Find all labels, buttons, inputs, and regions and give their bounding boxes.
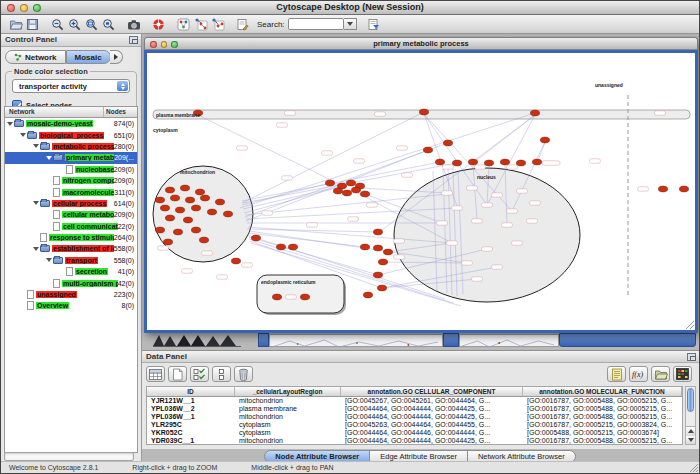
graph-node[interactable] (679, 186, 688, 192)
network-window-titlebar[interactable]: primary metabolic process (144, 37, 698, 50)
snapshot-icon[interactable] (125, 16, 142, 32)
graph-node[interactable] (360, 244, 369, 250)
graph-node[interactable] (207, 209, 216, 215)
minimize-view-icon[interactable] (161, 41, 168, 48)
column-header[interactable]: annotation.GO MOLECULAR_FUNCTION (523, 387, 682, 396)
network-canvas[interactable]: plasma membranecytoplasmmitochondrionnuc… (144, 50, 698, 333)
tree-row[interactable]: multi-organism pro42(0) (5, 277, 137, 288)
graph-node[interactable] (215, 199, 224, 205)
save-session-icon[interactable] (24, 16, 41, 32)
graph-node[interactable] (532, 159, 541, 165)
tree-row[interactable]: response to stimulu264(0) (5, 232, 137, 243)
scrollbar-thumb[interactable] (687, 388, 694, 412)
graph-node[interactable] (160, 205, 169, 211)
table-row[interactable]: YJR121W__1mitochondrion[GO:0045267, GO:0… (147, 397, 682, 405)
graph-node[interactable] (383, 249, 392, 255)
new-attribute-icon[interactable] (168, 366, 187, 382)
table-row[interactable]: YKR052Ccytoplasm[GO:0044464, GO:0044446,… (147, 429, 682, 437)
graph-node[interactable] (185, 197, 194, 203)
graph-node[interactable] (272, 294, 281, 300)
layout-a-icon[interactable] (192, 16, 209, 32)
graph-node[interactable] (378, 259, 387, 265)
annotation-icon[interactable] (234, 16, 251, 32)
tree-row[interactable]: macromolecule311(0) (5, 186, 137, 197)
graph-node[interactable] (516, 160, 525, 166)
graph-node[interactable] (165, 187, 174, 193)
select-attributes-icon[interactable] (190, 366, 209, 382)
graph-node[interactable] (276, 244, 285, 250)
graph-node[interactable] (223, 211, 232, 217)
graph-node[interactable] (175, 207, 184, 213)
tree-row[interactable]: biological_process651(0) (5, 129, 137, 140)
expand-triangle-icon[interactable] (20, 133, 26, 137)
tab-scroll-right-icon[interactable] (110, 50, 123, 64)
graph-node[interactable] (452, 160, 461, 166)
search-dropdown-icon[interactable] (344, 18, 357, 30)
expand-triangle-icon[interactable] (33, 144, 39, 148)
column-header[interactable]: _cellularLayoutRegion (235, 387, 341, 396)
graph-node[interactable] (363, 292, 372, 298)
tree-col-network[interactable]: Network (5, 107, 104, 117)
resize-grip-icon[interactable] (689, 463, 698, 472)
canvas-resize-grip-icon[interactable] (690, 325, 694, 329)
tree-row[interactable]: establishment of lo558(0) (5, 243, 137, 254)
graph-node[interactable] (333, 188, 342, 194)
tree-row[interactable]: mosaic-demo-yeast874(0) (5, 118, 137, 129)
graph-node[interactable] (373, 272, 382, 278)
graph-node[interactable] (191, 227, 200, 233)
column-header[interactable]: annotation.GO CELLULAR_COMPONENT (341, 387, 523, 396)
matrix-icon[interactable] (673, 366, 692, 382)
table-row[interactable]: YLR295Ccytoplasm[GO:0045263, GO:0044464,… (147, 421, 682, 429)
graph-node[interactable] (530, 110, 539, 116)
zoom-in-icon[interactable] (66, 16, 83, 32)
close-view-icon[interactable] (150, 41, 157, 48)
node-color-dropdown[interactable]: transporter activity (12, 79, 130, 93)
formula-icon[interactable]: f(x) (629, 366, 648, 382)
graph-node[interactable] (163, 239, 172, 245)
search-input[interactable] (288, 18, 344, 30)
network-graph[interactable]: plasma membranecytoplasmmitochondrionnuc… (147, 53, 695, 330)
graph-node[interactable] (183, 217, 192, 223)
graph-node[interactable] (373, 229, 382, 235)
graph-node[interactable] (435, 159, 444, 165)
tab-mosaic[interactable]: Mosaic (66, 50, 111, 64)
table-row[interactable]: YDR039C__1mitochondrion[GO:0044464, GO:0… (147, 437, 682, 445)
tree-row[interactable]: metabolic process280(0) (5, 141, 137, 152)
graph-node[interactable] (373, 245, 382, 251)
unselect-attributes-icon[interactable] (212, 366, 231, 382)
delete-attribute-icon[interactable] (234, 366, 253, 382)
graph-node[interactable] (288, 244, 297, 250)
expand-triangle-icon[interactable] (46, 156, 52, 160)
expand-triangle-icon[interactable] (7, 122, 13, 126)
table-row[interactable]: YPL036W__1mitochondrion[GO:0044464, GO:0… (147, 413, 682, 421)
search-options-icon[interactable] (365, 16, 382, 32)
graph-node[interactable] (351, 187, 360, 193)
graph-node[interactable] (191, 205, 200, 211)
graph-node[interactable] (195, 189, 204, 195)
graph-node[interactable] (342, 190, 351, 196)
table-scrollbar[interactable] (685, 386, 696, 445)
table-grid-icon[interactable] (146, 366, 165, 382)
graph-node[interactable] (155, 227, 164, 233)
graph-node[interactable] (173, 229, 182, 235)
zoom-out-icon[interactable] (49, 16, 66, 32)
graph-node[interactable] (468, 159, 477, 165)
graph-node[interactable] (300, 294, 309, 300)
help-icon[interactable] (150, 16, 167, 32)
expand-triangle-icon[interactable] (33, 247, 39, 251)
table-row[interactable]: YPL036W__2plasma membrane[GO:0044464, GO… (147, 405, 682, 413)
open-session-icon[interactable] (7, 16, 24, 32)
attribute-list-icon[interactable] (607, 366, 626, 382)
scroll-down-icon[interactable] (686, 436, 695, 445)
canvas-resize-grip-icon[interactable] (686, 321, 694, 329)
graph-node[interactable] (199, 237, 208, 243)
graph-node[interactable] (325, 180, 334, 186)
tree-row[interactable]: secretion41(0) (5, 266, 137, 277)
graph-node[interactable] (540, 137, 549, 143)
float-data-panel-icon[interactable] (687, 353, 696, 361)
zoom-view-icon[interactable] (171, 41, 178, 48)
graph-node[interactable] (419, 109, 428, 115)
scroll-up-icon[interactable] (686, 427, 695, 436)
tree-row[interactable]: cell communicat22(0) (5, 221, 137, 232)
zoom-fit-icon[interactable] (83, 16, 100, 32)
